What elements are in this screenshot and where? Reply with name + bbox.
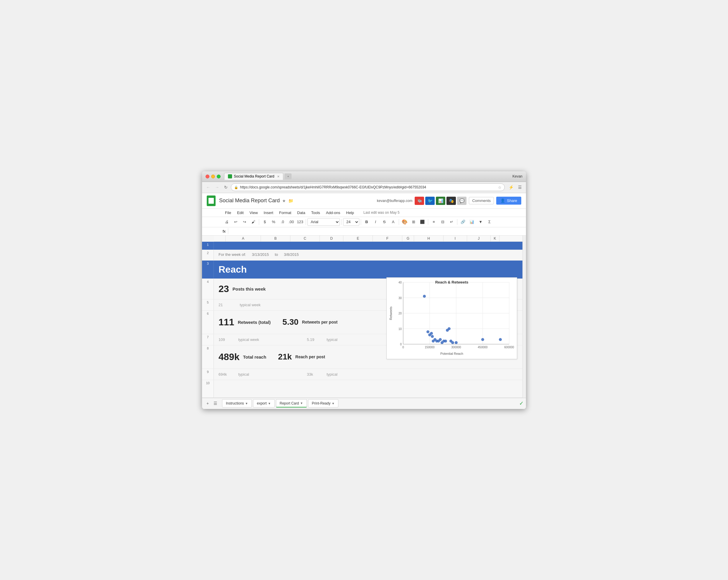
forward-button[interactable]: → <box>213 183 221 191</box>
insert-chart-button[interactable]: 📊 <box>468 218 476 226</box>
menu-format[interactable]: Format <box>277 209 294 216</box>
folder-icon[interactable]: 📁 <box>288 199 293 203</box>
col-header-k[interactable]: K <box>491 236 499 241</box>
row-number-spacer <box>214 236 226 241</box>
insert-filter-button[interactable]: ▼ <box>476 218 485 226</box>
extensions-button[interactable]: ⚡ <box>507 183 515 191</box>
dollar-button[interactable]: $ <box>261 218 269 226</box>
rpp-typical: 5.19 typical <box>307 337 338 342</box>
number-format-button[interactable]: 123 <box>296 218 304 226</box>
decimal-decrease-button[interactable]: .0 <box>278 218 287 226</box>
menu-help[interactable]: Help <box>344 209 356 216</box>
menu-view[interactable]: View <box>247 209 260 216</box>
col-header-g[interactable]: G <box>402 236 414 241</box>
text-color-button[interactable]: A <box>389 218 397 226</box>
add-sheet-button[interactable]: + <box>204 400 211 406</box>
buffer-icon-4[interactable]: 🎭 <box>446 197 456 205</box>
buffer-icon-3[interactable]: 📊 <box>436 197 445 205</box>
redo-button[interactable]: ↪ <box>240 218 249 226</box>
star-icon[interactable]: ★ <box>282 199 286 203</box>
bookmark-icon[interactable]: ☆ <box>498 185 501 190</box>
col-header-f[interactable]: F <box>373 236 402 241</box>
menu-tools[interactable]: Tools <box>309 209 322 216</box>
wrap-button[interactable]: ↵ <box>447 218 456 226</box>
italic-button[interactable]: I <box>371 218 380 226</box>
sheet-tab-print-ready[interactable]: Print-Ready▼ <box>308 399 338 407</box>
doc-title[interactable]: Social Media Report Card <box>219 197 280 204</box>
minimize-button[interactable] <box>211 175 215 178</box>
decimal-increase-button[interactable]: .00 <box>287 218 295 226</box>
menu-addons[interactable]: Add-ons <box>324 209 342 216</box>
col-header-h[interactable]: H <box>414 236 443 241</box>
row-2[interactable]: 2 For the week of: 3/13/2015 to 3/8/2015 <box>202 250 522 261</box>
sheet-tab-instructions[interactable]: Instructions▼ <box>222 399 252 407</box>
col-header-j[interactable]: J <box>467 236 491 241</box>
col-header-d[interactable]: D <box>320 236 343 241</box>
doc-title-row: Social Media Report Card ★ 📁 <box>219 197 293 204</box>
insert-link-button[interactable]: 🔗 <box>459 218 467 226</box>
buffer-icon-1[interactable]: 🐃 <box>415 197 424 205</box>
bold-button[interactable]: B <box>363 218 371 226</box>
undo-button[interactable]: ↩ <box>232 218 240 226</box>
percent-button[interactable]: % <box>269 218 278 226</box>
paint-format-button[interactable]: 🖌 <box>249 218 257 226</box>
comments-button[interactable]: Comments <box>469 197 494 204</box>
menu-file[interactable]: File <box>223 209 234 216</box>
comment-bubble-icon[interactable]: 💬 <box>457 197 467 205</box>
row-num-7: 7 <box>202 334 214 345</box>
print-button[interactable]: 🖨 <box>223 218 231 226</box>
sheet-tab-report-card[interactable]: Report Card▼ <box>276 399 307 407</box>
status-check-icon: ✓ <box>519 400 524 406</box>
col-header-i[interactable]: I <box>443 236 467 241</box>
menu-insert[interactable]: Insert <box>261 209 276 216</box>
reload-button[interactable]: ↻ <box>222 183 230 191</box>
functions-button[interactable]: Σ <box>485 218 494 226</box>
sheet-tab-export[interactable]: export▼ <box>253 399 275 407</box>
menu-bar: File Edit View Insert Format Data Tools … <box>202 209 526 217</box>
svg-point-39 <box>451 341 454 344</box>
retweets-label: Retweets (total) <box>238 320 271 325</box>
close-button[interactable] <box>206 175 209 178</box>
rp-post-label: Reach per post <box>295 354 325 359</box>
svg-text:Reach & Retweets: Reach & Retweets <box>435 280 469 284</box>
maximize-button[interactable] <box>217 175 220 178</box>
col-header-a[interactable]: A <box>226 236 261 241</box>
row-1[interactable]: 1 <box>202 242 522 250</box>
vertical-scrollbar[interactable] <box>522 236 526 398</box>
row-num-1: 1 <box>202 242 214 250</box>
borders-button[interactable]: ⊞ <box>409 218 418 226</box>
svg-text:150000: 150000 <box>425 346 435 349</box>
svg-text:600000: 600000 <box>504 346 514 349</box>
address-bar[interactable]: 🔒 https://docs.google.com/spreadsheets/d… <box>231 183 505 191</box>
menu-edit[interactable]: Edit <box>235 209 246 216</box>
fill-color-button[interactable]: 🎨 <box>400 218 409 226</box>
back-button[interactable]: ← <box>204 183 212 191</box>
align-center-button[interactable]: ⊟ <box>439 218 447 226</box>
sheet-list-button[interactable]: ☰ <box>212 400 218 406</box>
col-header-b[interactable]: B <box>261 236 290 241</box>
formula-input[interactable] <box>231 229 524 234</box>
merge-button[interactable]: ⬛ <box>418 218 426 226</box>
buffer-icon-2[interactable]: 🐦 <box>425 197 435 205</box>
sheet-tab-arrow: ▼ <box>332 402 335 405</box>
date-start: 3/13/2015 <box>252 252 269 257</box>
col-header-c[interactable]: C <box>290 236 320 241</box>
font-select[interactable]: Arial <box>308 218 340 226</box>
active-tab[interactable]: Social Media Report Card ✕ <box>224 173 283 180</box>
row-9[interactable]: 9 694k typical 33k typical <box>202 369 522 380</box>
rpp-label: Retweets per post <box>302 320 338 324</box>
font-size-select[interactable]: 24 <box>343 218 359 226</box>
new-tab-button[interactable]: + <box>285 174 291 179</box>
svg-point-23 <box>423 295 426 298</box>
strikethrough-button[interactable]: S <box>380 218 388 226</box>
row-10[interactable]: 10 <box>202 380 522 398</box>
share-button[interactable]: 👤 Share <box>496 197 521 205</box>
align-left-button[interactable]: ≡ <box>430 218 438 226</box>
row-3[interactable]: 3 Reach <box>202 261 522 279</box>
col-header-e[interactable]: E <box>343 236 373 241</box>
row-2-content: For the week of: 3/13/2015 to 3/8/2015 <box>214 250 522 260</box>
menu-button[interactable]: ☰ <box>516 183 524 191</box>
tab-close-icon[interactable]: ✕ <box>277 175 280 178</box>
menu-data[interactable]: Data <box>295 209 308 216</box>
tab-sheets-icon <box>228 174 232 178</box>
